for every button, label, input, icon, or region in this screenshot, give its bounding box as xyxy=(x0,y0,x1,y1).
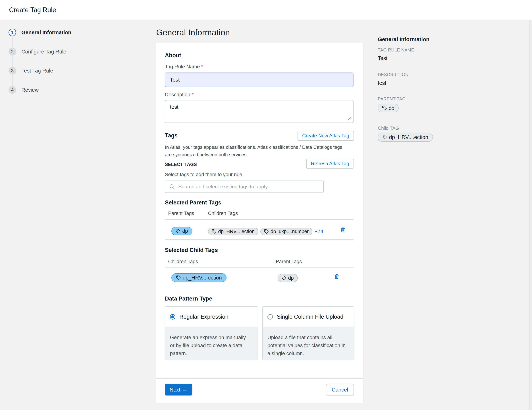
step-number: 3 xyxy=(11,68,14,74)
option-title: Single Column File Upload xyxy=(277,314,343,320)
summary-description-value: test xyxy=(378,80,386,86)
vertical-scrollbar[interactable] xyxy=(530,20,532,410)
step-number: 1 xyxy=(11,30,14,35)
create-new-atlas-tag-label: Create New Atlas Tag xyxy=(302,133,349,139)
table-row: dp_HRV....ection xyxy=(171,273,227,282)
summary-child-tag-label: Child TAG xyxy=(378,125,399,131)
page-title: Create Tag Rule xyxy=(9,0,56,20)
step-circle-2[interactable]: 2 xyxy=(9,48,16,56)
children-tags-cell: dp_HRV....ection dp_ukp....number +74 xyxy=(208,228,323,235)
next-button[interactable]: Next → xyxy=(165,384,192,395)
stepper-connector-line xyxy=(12,33,12,90)
parent-tag-chip: dp xyxy=(378,104,399,112)
tag-icon xyxy=(212,229,216,234)
parent-tags-column-header: Parent Tags xyxy=(168,211,194,216)
sidebar-step-general-information[interactable]: General Information xyxy=(21,29,71,36)
more-tags-link[interactable]: +74 xyxy=(314,229,323,235)
summary-tag-rule-name-label: TAG RULE NAME xyxy=(378,48,414,53)
description-textarea[interactable]: test xyxy=(165,100,353,123)
option-card-single-column-file-upload[interactable]: Single Column File Upload Upload a file … xyxy=(262,306,354,360)
parent-tags-column-header: Parent Tags xyxy=(276,259,302,265)
step-circle-4[interactable]: 4 xyxy=(9,86,16,94)
tag-icon xyxy=(282,276,286,280)
selected-child-tag-chip-label: dp_HRV....ection xyxy=(183,275,222,281)
parent-tag-chip-label: dp xyxy=(288,275,294,281)
children-tags-column-header: Children Tags xyxy=(168,259,198,265)
option-description: Generate an expression manually or by fi… xyxy=(165,327,257,357)
option-card-header: Regular Expression xyxy=(165,307,258,327)
tag-rule-name-label-text: Tag Rule Name xyxy=(165,64,200,69)
main-section-title: General Information xyxy=(156,28,230,37)
sidebar-step-configure-tag-rule[interactable]: Configure Tag Rule xyxy=(21,48,66,56)
tags-heading: Tags xyxy=(165,132,178,139)
children-tags-column-header: Children Tags xyxy=(208,211,238,216)
select-tags-hint: Select tags to add them to your rule. xyxy=(165,172,244,177)
step-number: 2 xyxy=(11,49,14,55)
child-tag-chip: dp_HRV....ection xyxy=(378,133,433,142)
table-row: dp xyxy=(171,227,192,235)
summary-heading: General Information xyxy=(378,36,429,42)
option-description: Upload a file that contains all potentia… xyxy=(263,327,353,357)
summary-tag-rule-name-value: Test xyxy=(378,55,387,61)
summary-parent-tag-cell: dp xyxy=(378,104,399,112)
radio-selected-icon[interactable] xyxy=(170,314,175,320)
tag-rule-name-input[interactable] xyxy=(165,73,353,87)
parent-tag-chip[interactable]: dp xyxy=(171,227,192,235)
step-number: 4 xyxy=(11,87,14,93)
child-tag-chip[interactable]: dp_HRV....ection xyxy=(208,228,258,235)
selected-child-tag-chip[interactable]: dp_HRV....ection xyxy=(171,273,227,282)
option-title: Regular Expression xyxy=(179,314,228,320)
step-circle-3[interactable]: 3 xyxy=(9,67,16,75)
about-heading: About xyxy=(165,52,181,59)
select-tags-label: SELECT TAGS xyxy=(165,162,197,167)
required-asterisk: * xyxy=(192,92,194,97)
arrow-right-icon: → xyxy=(182,387,188,393)
selected-parent-tags-heading: Selected Parent Tags xyxy=(165,199,221,206)
child-tag-chip-label: dp_ukp....number xyxy=(271,229,309,234)
sidebar-step-review[interactable]: Review xyxy=(21,86,38,94)
option-card-header: Single Column File Upload xyxy=(263,307,354,327)
tag-icon xyxy=(176,229,180,233)
description-label: Description * xyxy=(165,92,194,97)
create-new-atlas-tag-button[interactable]: Create New Atlas Tag xyxy=(297,131,354,141)
tag-search-input[interactable] xyxy=(178,181,323,192)
required-asterisk: * xyxy=(201,64,203,69)
delete-child-row-icon[interactable] xyxy=(334,274,340,279)
textarea-resize-grip[interactable] xyxy=(348,117,352,121)
summary-child-tag-cell: dp_HRV....ection xyxy=(378,133,433,142)
tag-search-box[interactable] xyxy=(165,181,324,193)
tag-icon xyxy=(264,229,269,234)
summary-description-label: DESCRIPTION xyxy=(378,72,408,77)
cancel-button[interactable]: Cancel xyxy=(326,384,354,395)
description-label-text: Description xyxy=(165,92,190,97)
cancel-button-label: Cancel xyxy=(332,387,348,393)
parent-tag-cell: dp xyxy=(278,274,298,282)
tag-rule-name-label: Tag Rule Name * xyxy=(165,64,203,70)
child-tag-chip-label: dp_HRV....ection xyxy=(389,134,428,140)
selected-child-tags-heading: Selected Child Tags xyxy=(165,247,218,253)
table-header-divider xyxy=(165,267,353,267)
parent-tag-chip-label: dp xyxy=(182,228,188,234)
summary-parent-tag-label: PARENT TAG xyxy=(378,96,406,102)
row-divider xyxy=(165,239,353,240)
refresh-atlas-tag-label: Refresh Atlas Tag xyxy=(311,161,349,167)
step-circle-1[interactable]: 1 xyxy=(9,29,16,36)
data-pattern-type-heading: Data Pattern Type xyxy=(165,296,212,302)
child-tag-chip-label: dp_HRV....ection xyxy=(218,229,255,234)
tag-icon xyxy=(382,135,387,140)
next-button-label: Next xyxy=(170,387,180,393)
sidebar-step-test-tag-rule[interactable]: Test Tag Rule xyxy=(21,67,53,75)
refresh-atlas-tag-button[interactable]: Refresh Atlas Tag xyxy=(306,159,354,169)
row-divider xyxy=(165,287,353,287)
parent-tag-chip[interactable]: dp xyxy=(278,274,298,282)
radio-unselected-icon[interactable] xyxy=(267,314,273,320)
parent-tag-chip-label: dp xyxy=(389,105,394,111)
option-card-regular-expression[interactable]: Regular Expression Generate an expressio… xyxy=(165,306,258,360)
tag-icon xyxy=(176,275,181,280)
delete-parent-row-icon[interactable] xyxy=(340,227,346,233)
search-icon xyxy=(169,184,175,190)
top-bar xyxy=(0,0,532,20)
child-tag-chip[interactable]: dp_ukp....number xyxy=(260,228,312,235)
table-header-divider xyxy=(165,219,353,220)
tag-icon xyxy=(382,106,387,110)
